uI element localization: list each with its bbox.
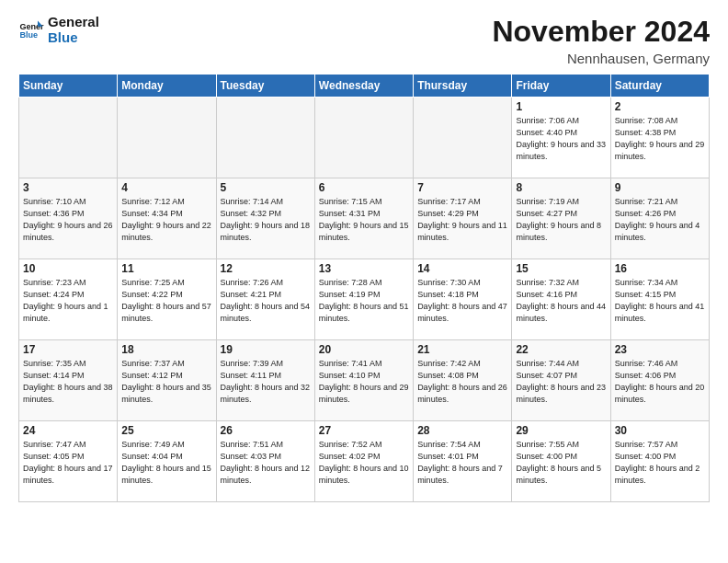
day-number: 22	[516, 343, 606, 356]
day-number: 4	[121, 181, 211, 194]
day-info: Sunrise: 7:23 AM Sunset: 4:24 PM Dayligh…	[23, 277, 113, 325]
weekday-header-thursday: Thursday	[414, 75, 512, 98]
calendar-week-2: 3Sunrise: 7:10 AM Sunset: 4:36 PM Daylig…	[19, 178, 710, 259]
calendar-day-30: 30Sunrise: 7:57 AM Sunset: 4:00 PM Dayli…	[610, 421, 709, 502]
calendar-day-16: 16Sunrise: 7:34 AM Sunset: 4:15 PM Dayli…	[610, 259, 709, 340]
day-number: 24	[23, 424, 113, 437]
day-info: Sunrise: 7:06 AM Sunset: 4:40 PM Dayligh…	[516, 115, 606, 163]
calendar-day-18: 18Sunrise: 7:37 AM Sunset: 4:12 PM Dayli…	[118, 340, 216, 421]
day-info: Sunrise: 7:49 AM Sunset: 4:04 PM Dayligh…	[121, 439, 211, 487]
calendar-day-13: 13Sunrise: 7:28 AM Sunset: 4:19 PM Dayli…	[314, 259, 413, 340]
day-number: 6	[319, 181, 409, 194]
calendar-day-10: 10Sunrise: 7:23 AM Sunset: 4:24 PM Dayli…	[19, 259, 118, 340]
day-info: Sunrise: 7:12 AM Sunset: 4:34 PM Dayligh…	[121, 196, 211, 244]
day-number: 18	[121, 343, 211, 356]
day-info: Sunrise: 7:37 AM Sunset: 4:12 PM Dayligh…	[121, 358, 211, 406]
weekday-header-saturday: Saturday	[610, 75, 709, 98]
day-info: Sunrise: 7:51 AM Sunset: 4:03 PM Dayligh…	[221, 439, 311, 487]
calendar-day-2: 2Sunrise: 7:08 AM Sunset: 4:38 PM Daylig…	[610, 98, 709, 178]
day-number: 19	[221, 343, 311, 356]
calendar-day-22: 22Sunrise: 7:44 AM Sunset: 4:07 PM Dayli…	[512, 340, 610, 421]
calendar-day-empty	[414, 98, 512, 178]
calendar-day-27: 27Sunrise: 7:52 AM Sunset: 4:02 PM Dayli…	[314, 421, 413, 502]
day-number: 26	[221, 424, 311, 437]
calendar-day-21: 21Sunrise: 7:42 AM Sunset: 4:08 PM Dayli…	[414, 340, 512, 421]
day-info: Sunrise: 7:26 AM Sunset: 4:21 PM Dayligh…	[221, 277, 311, 325]
day-info: Sunrise: 7:46 AM Sunset: 4:06 PM Dayligh…	[615, 358, 705, 406]
calendar-day-28: 28Sunrise: 7:54 AM Sunset: 4:01 PM Dayli…	[414, 421, 512, 502]
day-number: 25	[121, 424, 211, 437]
day-number: 3	[23, 181, 113, 194]
title-block: November 2024 Nennhausen, Germany	[492, 15, 710, 66]
calendar-day-26: 26Sunrise: 7:51 AM Sunset: 4:03 PM Dayli…	[216, 421, 314, 502]
calendar-day-19: 19Sunrise: 7:39 AM Sunset: 4:11 PM Dayli…	[216, 340, 314, 421]
calendar-day-29: 29Sunrise: 7:55 AM Sunset: 4:00 PM Dayli…	[512, 421, 610, 502]
day-info: Sunrise: 7:15 AM Sunset: 4:31 PM Dayligh…	[319, 196, 409, 244]
weekday-header-friday: Friday	[512, 75, 610, 98]
day-info: Sunrise: 7:32 AM Sunset: 4:16 PM Dayligh…	[516, 277, 606, 325]
weekday-header-tuesday: Tuesday	[216, 75, 314, 98]
day-number: 23	[615, 343, 705, 356]
logo: General Blue General Blue	[18, 15, 99, 45]
day-number: 29	[516, 424, 606, 437]
day-info: Sunrise: 7:08 AM Sunset: 4:38 PM Dayligh…	[615, 115, 705, 163]
day-info: Sunrise: 7:42 AM Sunset: 4:08 PM Dayligh…	[417, 358, 507, 406]
weekday-header-monday: Monday	[118, 75, 216, 98]
day-info: Sunrise: 7:14 AM Sunset: 4:32 PM Dayligh…	[221, 196, 311, 244]
day-number: 10	[23, 262, 113, 275]
day-number: 12	[221, 262, 311, 275]
day-info: Sunrise: 7:10 AM Sunset: 4:36 PM Dayligh…	[23, 196, 113, 244]
day-info: Sunrise: 7:35 AM Sunset: 4:14 PM Dayligh…	[23, 358, 113, 406]
day-number: 15	[516, 262, 606, 275]
weekday-header-row: SundayMondayTuesdayWednesdayThursdayFrid…	[19, 75, 710, 98]
logo-general: General	[48, 15, 99, 30]
day-info: Sunrise: 7:25 AM Sunset: 4:22 PM Dayligh…	[121, 277, 211, 325]
calendar-day-14: 14Sunrise: 7:30 AM Sunset: 4:18 PM Dayli…	[414, 259, 512, 340]
day-number: 28	[417, 424, 507, 437]
day-number: 2	[615, 100, 705, 113]
day-info: Sunrise: 7:54 AM Sunset: 4:01 PM Dayligh…	[417, 439, 507, 487]
calendar-day-12: 12Sunrise: 7:26 AM Sunset: 4:21 PM Dayli…	[216, 259, 314, 340]
calendar-week-4: 17Sunrise: 7:35 AM Sunset: 4:14 PM Dayli…	[19, 340, 710, 421]
day-number: 9	[615, 181, 705, 194]
day-info: Sunrise: 7:39 AM Sunset: 4:11 PM Dayligh…	[221, 358, 311, 406]
calendar-day-25: 25Sunrise: 7:49 AM Sunset: 4:04 PM Dayli…	[118, 421, 216, 502]
svg-text:Blue: Blue	[19, 30, 38, 40]
calendar-day-empty	[216, 98, 314, 178]
calendar-day-5: 5Sunrise: 7:14 AM Sunset: 4:32 PM Daylig…	[216, 178, 314, 259]
day-number: 30	[615, 424, 705, 437]
day-info: Sunrise: 7:52 AM Sunset: 4:02 PM Dayligh…	[319, 439, 409, 487]
day-info: Sunrise: 7:34 AM Sunset: 4:15 PM Dayligh…	[615, 277, 705, 325]
calendar-day-17: 17Sunrise: 7:35 AM Sunset: 4:14 PM Dayli…	[19, 340, 118, 421]
day-info: Sunrise: 7:44 AM Sunset: 4:07 PM Dayligh…	[516, 358, 606, 406]
logo-icon: General Blue	[18, 17, 44, 43]
location: Nennhausen, Germany	[492, 51, 710, 66]
calendar-day-20: 20Sunrise: 7:41 AM Sunset: 4:10 PM Dayli…	[314, 340, 413, 421]
day-number: 14	[417, 262, 507, 275]
day-number: 11	[121, 262, 211, 275]
calendar-day-1: 1Sunrise: 7:06 AM Sunset: 4:40 PM Daylig…	[512, 98, 610, 178]
day-number: 7	[417, 181, 507, 194]
calendar-day-4: 4Sunrise: 7:12 AM Sunset: 4:34 PM Daylig…	[118, 178, 216, 259]
day-info: Sunrise: 7:47 AM Sunset: 4:05 PM Dayligh…	[23, 439, 113, 487]
day-number: 17	[23, 343, 113, 356]
calendar-day-6: 6Sunrise: 7:15 AM Sunset: 4:31 PM Daylig…	[314, 178, 413, 259]
calendar-week-5: 24Sunrise: 7:47 AM Sunset: 4:05 PM Dayli…	[19, 421, 710, 502]
calendar-day-8: 8Sunrise: 7:19 AM Sunset: 4:27 PM Daylig…	[512, 178, 610, 259]
weekday-header-wednesday: Wednesday	[314, 75, 413, 98]
calendar-day-24: 24Sunrise: 7:47 AM Sunset: 4:05 PM Dayli…	[19, 421, 118, 502]
calendar-day-23: 23Sunrise: 7:46 AM Sunset: 4:06 PM Dayli…	[610, 340, 709, 421]
day-info: Sunrise: 7:21 AM Sunset: 4:26 PM Dayligh…	[615, 196, 705, 244]
calendar-week-3: 10Sunrise: 7:23 AM Sunset: 4:24 PM Dayli…	[19, 259, 710, 340]
calendar-body: 1Sunrise: 7:06 AM Sunset: 4:40 PM Daylig…	[19, 98, 710, 502]
day-info: Sunrise: 7:19 AM Sunset: 4:27 PM Dayligh…	[516, 196, 606, 244]
day-info: Sunrise: 7:55 AM Sunset: 4:00 PM Dayligh…	[516, 439, 606, 487]
header-row: General Blue General Blue November 2024 …	[18, 15, 710, 66]
calendar-table: SundayMondayTuesdayWednesdayThursdayFrid…	[18, 74, 710, 502]
day-info: Sunrise: 7:41 AM Sunset: 4:10 PM Dayligh…	[319, 358, 409, 406]
day-number: 13	[319, 262, 409, 275]
day-info: Sunrise: 7:30 AM Sunset: 4:18 PM Dayligh…	[417, 277, 507, 325]
day-number: 21	[417, 343, 507, 356]
day-number: 1	[516, 100, 606, 113]
calendar-day-11: 11Sunrise: 7:25 AM Sunset: 4:22 PM Dayli…	[118, 259, 216, 340]
